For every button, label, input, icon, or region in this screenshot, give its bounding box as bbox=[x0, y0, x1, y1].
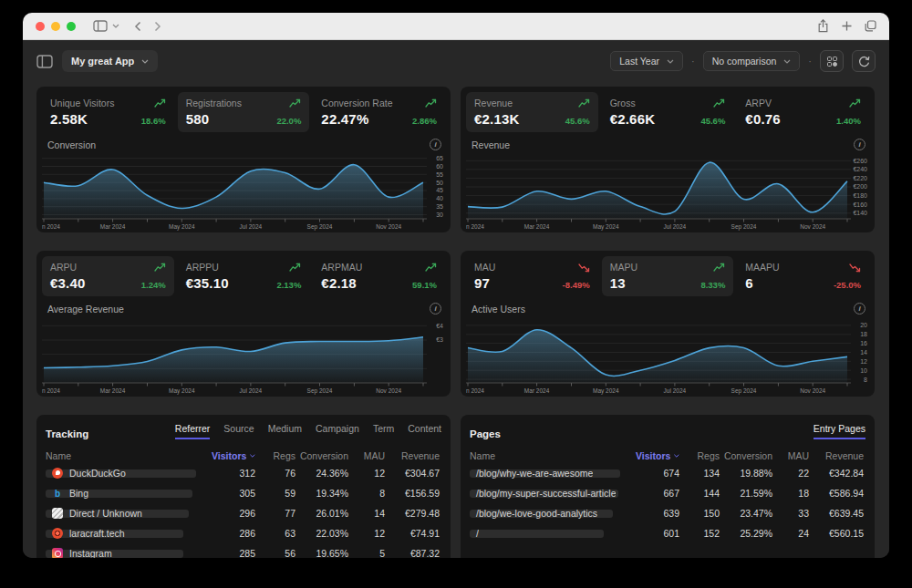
row-name-cell[interactable]: /blog/why-we-are-awesome bbox=[470, 468, 627, 479]
row-name-cell[interactable]: /blog/we-love-good-analytics bbox=[470, 508, 627, 519]
row-name-cell[interactable]: bBing bbox=[46, 488, 202, 499]
info-icon[interactable]: i bbox=[430, 303, 441, 315]
metric-text: ARPMAU€2.18 bbox=[321, 262, 362, 291]
new-tab-icon[interactable] bbox=[842, 21, 852, 31]
metric-change: -8.49% bbox=[563, 280, 590, 290]
info-icon[interactable]: i bbox=[854, 139, 865, 150]
row-cell: 18 bbox=[772, 488, 809, 499]
tab-content[interactable]: Content bbox=[408, 423, 441, 439]
metric-tile-arppu[interactable]: ARPPU€35.102.13% bbox=[178, 256, 310, 296]
row-cell: 56 bbox=[255, 548, 295, 558]
metric-tile-unique-visitors[interactable]: Unique Visitors2.58K18.6% bbox=[42, 92, 174, 132]
share-icon[interactable] bbox=[817, 19, 829, 33]
column-header-name[interactable]: Name bbox=[470, 450, 627, 461]
row-cell: 21.59% bbox=[720, 488, 772, 499]
row-cell: 285 bbox=[212, 548, 255, 558]
tab-entry-pages[interactable]: Entry Pages bbox=[814, 423, 865, 439]
column-header-visitors[interactable]: Visitors bbox=[212, 450, 255, 461]
metric-change: 8.33% bbox=[700, 280, 725, 290]
row-name-cell[interactable]: /blog/my-super-successful-article bbox=[470, 488, 627, 499]
back-icon[interactable] bbox=[134, 21, 141, 32]
metric-tile-registrations[interactable]: Registrations58022.0% bbox=[178, 92, 310, 132]
metric-trend: 59.1% bbox=[412, 262, 437, 291]
tab-source[interactable]: Source bbox=[223, 423, 254, 439]
dashboard: My great App Last Year · No comparison · bbox=[23, 40, 889, 558]
metric-tile-gross[interactable]: Gross€2.66K45.6% bbox=[602, 92, 734, 132]
table-header: NameVisitorsRegsConversionMAURevenue bbox=[46, 449, 441, 463]
metric-value: 13 bbox=[610, 275, 637, 291]
sidebar-toggle-icon[interactable] bbox=[93, 20, 108, 32]
row-name-cell[interactable]: laracraft.tech bbox=[46, 528, 202, 539]
table-row[interactable]: laracraft.tech2866322.03%12€74.91 bbox=[46, 523, 441, 543]
minimize-button[interactable] bbox=[51, 22, 60, 31]
svg-text:60: 60 bbox=[436, 163, 443, 170]
table-row[interactable]: /60115225.29%24€560.15 bbox=[470, 523, 865, 543]
trend-down-icon bbox=[578, 263, 590, 273]
column-header-regs[interactable]: Regs bbox=[255, 450, 295, 461]
close-button[interactable] bbox=[36, 22, 45, 31]
column-header-revenue[interactable]: Revenue bbox=[385, 450, 440, 461]
tab-term[interactable]: Term bbox=[373, 423, 394, 439]
svg-text:€3: €3 bbox=[436, 336, 443, 343]
info-icon[interactable]: i bbox=[430, 139, 441, 150]
svg-text:May 2024: May 2024 bbox=[169, 223, 195, 231]
metric-tile-maapu[interactable]: MAAPU6-25.0% bbox=[737, 256, 869, 296]
row-cell: 76 bbox=[255, 468, 295, 479]
column-header-mau[interactable]: MAU bbox=[772, 450, 809, 461]
tab-medium[interactable]: Medium bbox=[268, 423, 302, 439]
metric-tile-conversion-rate[interactable]: Conversion Rate22.47%2.86% bbox=[313, 92, 445, 132]
window-columns-icon[interactable] bbox=[36, 55, 53, 68]
panel-tracking: Tracking ReferrerSourceMediumCampaignTer… bbox=[36, 415, 451, 558]
metric-tiles: Revenue€2.13K45.6%Gross€2.66K45.6%ARPV€0… bbox=[461, 87, 875, 134]
column-header-conversion[interactable]: Conversion bbox=[720, 450, 772, 461]
tab-campaign[interactable]: Campaign bbox=[316, 423, 359, 439]
metric-tiles: ARPU€3.401.24%ARPPU€35.102.13%ARPMAU€2.1… bbox=[36, 251, 451, 298]
tab-overview-icon[interactable] bbox=[865, 20, 876, 32]
trend-up-icon bbox=[425, 263, 437, 273]
metric-change: 1.40% bbox=[836, 116, 861, 126]
row-cell: 5 bbox=[348, 548, 385, 558]
metric-tile-arpv[interactable]: ARPV€0.761.40% bbox=[737, 92, 869, 132]
chart-title: Revenue bbox=[472, 139, 510, 150]
comparison-select[interactable]: No comparison bbox=[703, 51, 801, 71]
table-row[interactable]: /blog/why-we-are-awesome67413419.88%22€3… bbox=[470, 463, 865, 483]
row-label: Direct / Unknown bbox=[46, 508, 142, 519]
table-row[interactable]: /blog/we-love-good-analytics63915023.47%… bbox=[470, 503, 865, 523]
row-cell: 25.29% bbox=[720, 528, 772, 539]
table-row[interactable]: bBing3055919.34%8€156.59 bbox=[46, 483, 441, 503]
forward-icon[interactable] bbox=[154, 21, 161, 32]
tab-referrer[interactable]: Referrer bbox=[175, 423, 211, 439]
row-label: bBing bbox=[46, 488, 88, 499]
row-name-cell[interactable]: DuckDuckGo bbox=[46, 468, 202, 479]
metric-text: Gross€2.66K bbox=[610, 98, 656, 127]
refresh-button[interactable] bbox=[852, 50, 876, 72]
metric-tile-revenue[interactable]: Revenue€2.13K45.6% bbox=[466, 92, 598, 132]
app-selector-button[interactable]: My great App bbox=[62, 50, 158, 72]
widgets-grid-button[interactable] bbox=[820, 50, 844, 72]
metric-tile-mau[interactable]: MAU97-8.49% bbox=[466, 256, 598, 296]
column-header-regs[interactable]: Regs bbox=[679, 450, 720, 461]
metric-tile-arpu[interactable]: ARPU€3.401.24% bbox=[42, 256, 174, 296]
row-cell: 8 bbox=[348, 488, 385, 499]
time-range-select[interactable]: Last Year bbox=[610, 51, 683, 71]
info-icon[interactable]: i bbox=[854, 303, 865, 315]
column-header-conversion[interactable]: Conversion bbox=[295, 450, 348, 461]
column-header-revenue[interactable]: Revenue bbox=[809, 450, 864, 461]
column-header-mau[interactable]: MAU bbox=[348, 450, 385, 461]
row-name: Bing bbox=[69, 488, 88, 499]
row-name-cell[interactable]: Instagram bbox=[46, 548, 202, 558]
table-row[interactable]: DuckDuckGo3127624.36%12€304.67 bbox=[46, 463, 441, 483]
table-row[interactable]: Instagram2855619.65%5€87.32 bbox=[46, 543, 441, 558]
column-header-visitors[interactable]: Visitors bbox=[636, 450, 679, 461]
maximize-button[interactable] bbox=[67, 22, 76, 31]
metric-tile-mapu[interactable]: MAPU138.33% bbox=[602, 256, 734, 296]
row-name-cell[interactable]: / bbox=[470, 528, 627, 539]
chevron-down-icon[interactable] bbox=[112, 24, 119, 28]
row-name-cell[interactable]: Direct / Unknown bbox=[46, 508, 202, 519]
metric-trend: 2.86% bbox=[412, 98, 437, 127]
table-row[interactable]: Direct / Unknown2967726.01%14€279.48 bbox=[46, 503, 441, 523]
metric-label: Unique Visitors bbox=[50, 98, 114, 108]
metric-tile-arpmau[interactable]: ARPMAU€2.1859.1% bbox=[313, 256, 445, 296]
table-row[interactable]: /blog/my-super-successful-article6671442… bbox=[470, 483, 865, 503]
column-header-name[interactable]: Name bbox=[46, 450, 202, 461]
